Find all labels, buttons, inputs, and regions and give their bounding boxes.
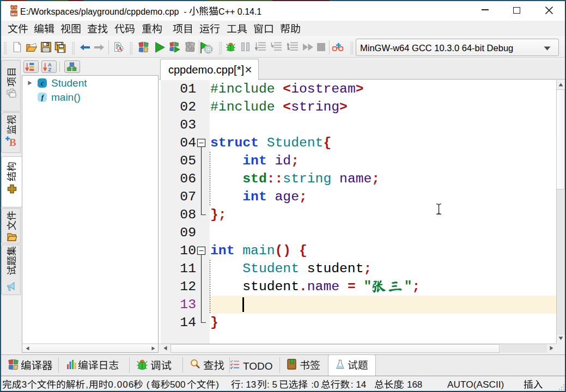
svg-text:c: c [41,79,44,87]
svg-text:A: A [118,45,122,52]
svg-text:Z: Z [48,67,52,72]
svg-text:B: B [9,137,16,146]
svg-text:DEV: DEV [11,13,17,16]
